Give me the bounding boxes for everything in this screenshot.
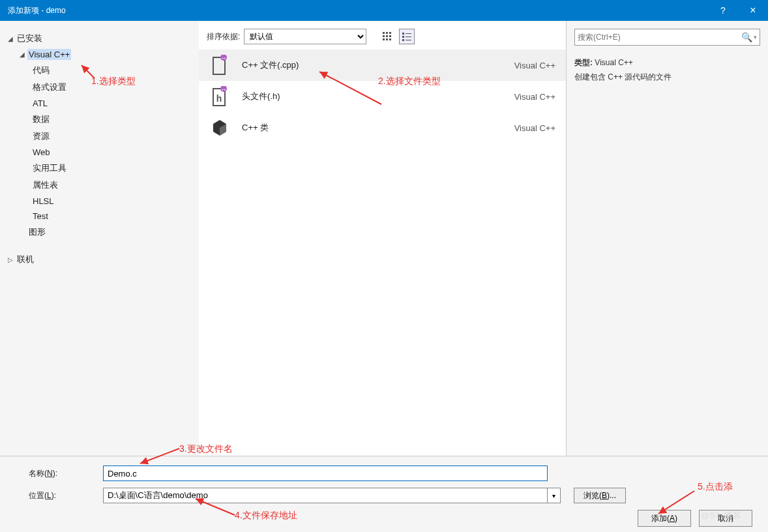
view-list-button[interactable] [399,29,415,44]
location-label: 位置(L): [12,490,103,501]
search-input[interactable] [578,30,741,44]
browse-button[interactable]: 浏览(B)... [574,488,626,503]
content-area: ◢ 已安装 ◢ Visual C++ 代码 格式设置 ATL 数据 资源 Web… [0,21,768,456]
tree-util[interactable]: 实用工具 [5,160,194,177]
template-cpp-file[interactable]: ++ C++ 文件(.cpp) Visual C++ [199,50,566,81]
tree-installed-label: 已安装 [16,32,44,45]
template-header-file[interactable]: h++ 头文件(.h) Visual C++ [199,81,566,112]
chevron-down-icon: ◢ [20,51,27,58]
help-button[interactable]: ? [708,0,738,21]
sort-select[interactable]: 默认值 [244,29,366,44]
tree-test[interactable]: Test [5,209,194,224]
svg-rect-12 [406,37,411,37]
info-block: 类型: Visual C++ 创建包含 C++ 源代码的文件 [574,56,760,84]
svg-rect-5 [389,35,391,37]
titlebar: 添加新项 - demo ? × [0,0,768,21]
template-lang: Visual C++ [514,92,555,102]
tree-data[interactable]: 数据 [5,111,194,128]
view-grid-button[interactable] [379,29,395,44]
search-icon[interactable]: 🔍 [741,32,752,42]
location-input[interactable] [103,488,548,503]
svg-rect-7 [386,38,388,40]
svg-rect-13 [402,39,404,41]
tree-props[interactable]: 属性表 [5,177,194,194]
class-icon [209,117,230,138]
add-button[interactable]: 添加(A) [638,510,691,527]
grid-icon [383,32,392,41]
svg-rect-9 [402,33,404,35]
search-box[interactable]: 🔍 ▾ [574,29,760,46]
svg-rect-11 [402,36,404,38]
svg-rect-2 [389,32,391,34]
svg-text:h: h [216,93,222,104]
info-type-value: Visual C++ [595,58,632,67]
name-input[interactable] [103,466,548,481]
template-name: 头文件(.h) [242,91,514,102]
template-name: C++ 文件(.cpp) [242,59,514,71]
svg-rect-14 [406,40,411,40]
tree-online[interactable]: ▷ 联机 [5,251,194,268]
svg-rect-0 [383,32,385,34]
cpp-file-icon: ++ [209,55,230,76]
tree-online-label: 联机 [16,253,35,266]
tree-atl[interactable]: ATL [5,96,194,111]
sidebar: ◢ 已安装 ◢ Visual C++ 代码 格式设置 ATL 数据 资源 Web… [0,21,199,456]
header-file-icon: h++ [209,86,230,107]
tree-visual-cpp-label: Visual C++ [27,49,71,60]
template-cpp-class[interactable]: C++ 类 Visual C++ [199,112,566,143]
template-lang: Visual C++ [514,61,555,70]
watermark: @51 博客 [701,510,742,522]
svg-text:++: ++ [221,87,226,91]
right-panel: 🔍 ▾ 类型: Visual C++ 创建包含 C++ 源代码的文件 [566,21,768,456]
template-name: C++ 类 [242,122,514,134]
location-dropdown[interactable]: ▾ [548,488,561,503]
tree-code[interactable]: 代码 [5,62,194,79]
tree-installed[interactable]: ◢ 已安装 [5,30,194,47]
tree-visual-cpp[interactable]: ◢ Visual C++ [5,47,194,62]
chevron-down-icon: ◢ [8,35,16,42]
svg-rect-10 [406,33,411,34]
name-label: 名称(N): [12,468,103,479]
svg-rect-1 [386,32,388,34]
svg-rect-6 [383,38,385,40]
svg-rect-8 [389,38,391,40]
svg-rect-3 [383,35,385,37]
close-button[interactable]: × [738,0,768,21]
info-desc: 创建包含 C++ 源代码的文件 [574,70,760,85]
template-panel: 排序依据: 默认值 ++ C++ 文件(.cpp) Visual C++ [199,21,566,456]
tree-graphics[interactable]: 图形 [5,224,194,241]
svg-rect-4 [386,35,388,37]
chevron-right-icon: ▷ [8,256,16,263]
window-title: 添加新项 - demo [8,5,708,16]
sort-label: 排序依据: [207,31,240,42]
tree-resource[interactable]: 资源 [5,128,194,145]
template-list: ++ C++ 文件(.cpp) Visual C++ h++ 头文件(.h) V… [199,50,566,143]
tree-hlsl[interactable]: HLSL [5,194,194,209]
svg-text:++: ++ [221,56,226,60]
sort-row: 排序依据: 默认值 [199,29,566,50]
list-icon [402,32,411,41]
info-type-label: 类型: [574,58,593,67]
bottom-form: 名称(N): 位置(L): ▾ 浏览(B)... 添加(A) 取消 [0,456,768,532]
tree-web[interactable]: Web [5,145,194,160]
tree-format[interactable]: 格式设置 [5,79,194,96]
template-lang: Visual C++ [514,123,555,133]
